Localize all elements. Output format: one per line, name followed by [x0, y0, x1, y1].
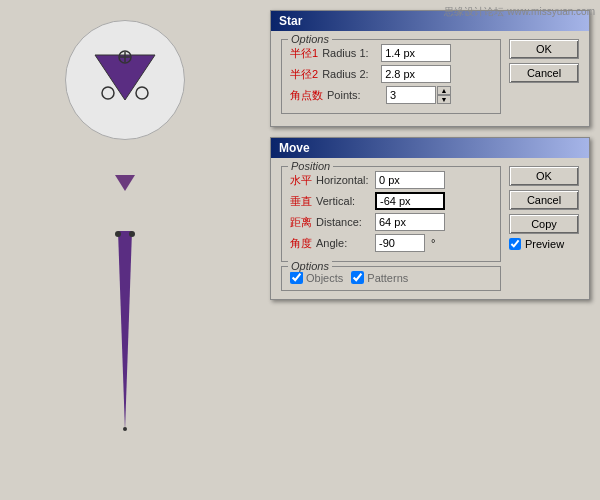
points-spin-down[interactable]: ▼	[437, 95, 451, 104]
move-options-label: Options	[288, 260, 332, 272]
svg-point-4	[102, 87, 114, 99]
star-dialog-left: Options 半径1 Radius 1: 半径2 Radius 2:	[281, 39, 501, 118]
needle-graphic	[110, 231, 140, 431]
move-dialog-titlebar: Move	[271, 138, 589, 158]
move-dialog-content: Position 水平 Horizontal: 垂直 Vertical:	[271, 158, 589, 299]
preview-row: Preview	[509, 238, 579, 250]
radius1-cn-label: 半径1	[290, 46, 318, 61]
move-options-group: Options Objects Patterns	[281, 266, 501, 291]
move-cancel-button[interactable]: Cancel	[509, 190, 579, 210]
star-ok-button[interactable]: OK	[509, 39, 579, 59]
star-dialog-buttons: OK Cancel	[509, 39, 579, 118]
horizontal-input[interactable]	[375, 171, 445, 189]
radius1-input[interactable]	[381, 44, 451, 62]
radius2-cn-label: 半径2	[290, 67, 318, 82]
star-options-group: Options 半径1 Radius 1: 半径2 Radius 2:	[281, 39, 501, 114]
svg-point-9	[129, 231, 135, 237]
canvas-circle	[65, 20, 185, 140]
points-row: 角点数 Points: ▲ ▼	[290, 86, 492, 104]
star-cancel-button[interactable]: Cancel	[509, 63, 579, 83]
svg-marker-6	[118, 231, 132, 431]
distance-input[interactable]	[375, 213, 445, 231]
radius2-en-label: Radius 2:	[322, 68, 377, 80]
move-position-group: Position 水平 Horizontal: 垂直 Vertical:	[281, 166, 501, 262]
horizontal-en-label: Horizontal:	[316, 174, 371, 186]
points-spin-up[interactable]: ▲	[437, 86, 451, 95]
points-input[interactable]	[386, 86, 436, 104]
watermark: 思缘设计论坛 www.missyuan.com	[444, 5, 595, 19]
radius2-input[interactable]	[381, 65, 451, 83]
distance-en-label: Distance:	[316, 216, 371, 228]
move-dialog: Move Position 水平 Horizontal: 垂直 Vertical…	[270, 137, 590, 300]
radius1-en-label: Radius 1:	[322, 47, 377, 59]
angle-en-label: Angle:	[316, 237, 371, 249]
star-options-label: Options	[288, 33, 332, 45]
move-ok-button[interactable]: OK	[509, 166, 579, 186]
canvas-area	[0, 0, 250, 500]
objects-checkbox-label[interactable]: Objects	[290, 271, 343, 284]
move-dialog-buttons: OK Cancel Copy Preview	[509, 166, 579, 291]
move-position-label: Position	[288, 160, 333, 172]
star-graphic	[80, 35, 170, 125]
points-cn-label: 角点数	[290, 88, 323, 103]
degree-symbol: °	[431, 237, 435, 249]
star-dialog-content: Options 半径1 Radius 1: 半径2 Radius 2:	[271, 31, 589, 126]
preview-checkbox[interactable]	[509, 238, 521, 250]
patterns-checkbox[interactable]	[351, 271, 364, 284]
dialogs-area: Star Options 半径1 Radius 1: 半径2 Radius 2:	[270, 10, 590, 300]
patterns-checkbox-label[interactable]: Patterns	[351, 271, 408, 284]
points-spinner: ▲ ▼	[386, 86, 451, 104]
preview-label: Preview	[525, 238, 564, 250]
horizontal-cn-label: 水平	[290, 173, 312, 188]
horizontal-row: 水平 Horizontal:	[290, 171, 492, 189]
star-dialog: Star Options 半径1 Radius 1: 半径2 Radius 2:	[270, 10, 590, 127]
vertical-row: 垂直 Vertical:	[290, 192, 492, 210]
angle-row: 角度 Angle: °	[290, 234, 492, 252]
needle-area	[110, 231, 140, 431]
vertical-en-label: Vertical:	[316, 195, 371, 207]
svg-point-8	[115, 231, 121, 237]
points-en-label: Points:	[327, 89, 382, 101]
small-triangle	[115, 175, 135, 191]
distance-row: 距离 Distance:	[290, 213, 492, 231]
angle-input[interactable]	[375, 234, 425, 252]
move-options-row: Objects Patterns	[290, 271, 492, 284]
move-copy-button[interactable]: Copy	[509, 214, 579, 234]
move-dialog-left: Position 水平 Horizontal: 垂直 Vertical:	[281, 166, 501, 291]
svg-point-7	[123, 427, 127, 431]
objects-checkbox[interactable]	[290, 271, 303, 284]
points-spinner-buttons: ▲ ▼	[437, 86, 451, 104]
distance-cn-label: 距离	[290, 215, 312, 230]
radius1-row: 半径1 Radius 1:	[290, 44, 492, 62]
vertical-input[interactable]	[375, 192, 445, 210]
radius2-row: 半径2 Radius 2:	[290, 65, 492, 83]
vertical-cn-label: 垂直	[290, 194, 312, 209]
angle-cn-label: 角度	[290, 236, 312, 251]
svg-point-5	[136, 87, 148, 99]
